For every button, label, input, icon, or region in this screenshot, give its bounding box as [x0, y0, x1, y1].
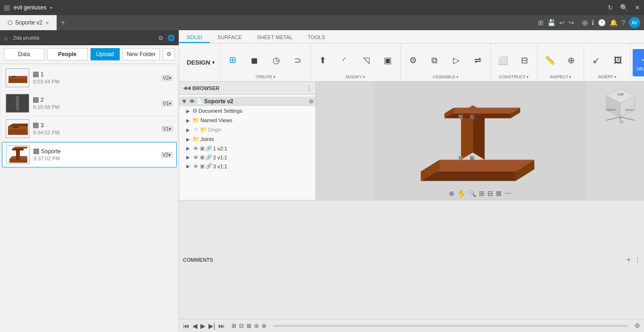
rigid-group-button[interactable]: ⧉	[424, 48, 445, 73]
grid-icon-viewport[interactable]: ⊠	[496, 190, 502, 197]
offset-plane-button[interactable]: ⬜	[493, 48, 513, 73]
search-icon[interactable]: 🔍	[620, 4, 628, 11]
timeline-icon-4[interactable]: ⊛	[254, 323, 259, 329]
visibility-toggle[interactable]: 👁	[189, 99, 195, 104]
view-cube[interactable]: TOP FRONT RIGHT Z	[602, 86, 639, 124]
close-icon[interactable]: ✕	[635, 4, 640, 11]
assemble-label[interactable]: ASSEMBLE ▾	[403, 75, 488, 81]
version-badge[interactable]: V2▾	[161, 75, 173, 81]
browser-menu-button[interactable]: ⋮	[306, 85, 312, 91]
tab-tools[interactable]: TOOLS	[300, 33, 332, 43]
tree-item-root[interactable]: ▶ 👁 📄 Soporte v2 ⚙	[179, 97, 315, 106]
bell-icon[interactable]: 🔔	[610, 19, 618, 26]
viewport[interactable]: TOP FRONT RIGHT Z ⊕ ✋ 🔍 ⊞	[316, 82, 644, 200]
design-dropdown[interactable]: DESIGN ▾	[181, 43, 221, 81]
tab-sheet-metal[interactable]: SHEET METAL	[249, 33, 300, 43]
construct-label[interactable]: CONSTRUCT ▾	[493, 75, 535, 81]
visibility-toggle[interactable]: 👁	[192, 146, 199, 151]
orbit-icon[interactable]: ⊕	[449, 190, 454, 197]
sweep-button[interactable]: ⊃	[288, 48, 308, 73]
pan-icon[interactable]: ✋	[457, 190, 465, 197]
globe-icon[interactable]: 🌐	[167, 34, 175, 42]
timeline-track[interactable]	[273, 325, 628, 327]
timeline-icon-1[interactable]: ⊞	[231, 323, 236, 329]
tab-close-icon[interactable]: ✕	[45, 20, 49, 25]
timeline-icon-2[interactable]: ⊟	[239, 323, 244, 329]
comments-add-button[interactable]: +	[627, 256, 631, 264]
inspect-label[interactable]: INSPECT ▾	[539, 75, 582, 81]
next-button[interactable]: ▶|	[208, 322, 215, 330]
undo-icon[interactable]: ↩	[559, 19, 565, 26]
app-chevron[interactable]: ▾	[50, 5, 52, 10]
tree-item-joints[interactable]: ▶ 📁 Joints	[179, 134, 315, 144]
help-icon[interactable]: ?	[621, 19, 625, 26]
save-icon[interactable]: 💾	[547, 19, 555, 26]
visual-style-icon[interactable]: ⋯	[504, 190, 511, 197]
create-label[interactable]: CREATE ▾	[223, 75, 308, 81]
visibility-toggle[interactable]: 👁	[192, 164, 199, 169]
chamfer-button[interactable]: ◹	[356, 48, 377, 73]
tree-item-origin[interactable]: ▶ 👁 📁 Origin	[179, 125, 315, 134]
display-mode-icon[interactable]: ⊟	[487, 190, 493, 197]
revolve-button[interactable]: ◷	[266, 48, 287, 73]
new-component-button[interactable]: ⊞	[223, 48, 243, 73]
measure-button[interactable]: 📏	[539, 48, 560, 73]
tree-item-comp-3[interactable]: ▶ 👁 ▣ 🔗 3 v1:1	[179, 162, 315, 171]
tree-item-comp-1[interactable]: ▶ 👁 ▣ 🔗 1 v2:1	[179, 144, 315, 153]
joint-button[interactable]: ⚙	[403, 48, 423, 73]
upload-button[interactable]: Upload	[91, 48, 120, 60]
insert-derive-button[interactable]: ↙	[586, 48, 607, 73]
plus-icon[interactable]: ⊕	[582, 18, 588, 27]
comments-panel-collapse[interactable]: ⋮	[635, 257, 640, 263]
zoom-icon[interactable]: 🔍	[468, 190, 476, 197]
list-item[interactable]: Soporte 9:37:02 PM V2▾	[2, 142, 177, 167]
folder-settings-button[interactable]: ⚙	[163, 48, 175, 60]
data-button[interactable]: Data	[4, 48, 44, 60]
tab-soporte-v2[interactable]: ⬡ Soporte v2 ✕	[0, 15, 57, 30]
browser-collapse-button[interactable]: ◀◀	[183, 85, 190, 91]
go-start-button[interactable]: ⏮	[183, 322, 190, 330]
press-pull-button[interactable]: ⬆	[313, 48, 333, 73]
version-badge[interactable]: V1▾	[161, 126, 173, 132]
select-button[interactable]: ⊹ SELECT	[633, 49, 644, 76]
midplane-button[interactable]: ⊟	[514, 48, 535, 73]
tree-item-named-views[interactable]: ▶ 📁 Named Views	[179, 116, 315, 125]
clock-icon[interactable]: 🕐	[598, 19, 606, 26]
tab-add-button[interactable]: +	[57, 18, 69, 27]
list-item[interactable]: 3 9:34:52 PM V1▾	[2, 116, 177, 141]
visibility-toggle[interactable]: 👁	[192, 127, 199, 133]
fit-icon[interactable]: ⊞	[479, 190, 485, 197]
visibility-toggle[interactable]: 👁	[192, 155, 199, 160]
tab-solid[interactable]: SOLID	[179, 33, 210, 43]
tab-surface[interactable]: SURFACE	[210, 33, 249, 43]
play-button[interactable]: ▶	[200, 322, 206, 330]
timeline-settings-button[interactable]: ⚙	[635, 322, 640, 329]
info-icon[interactable]: ℹ	[592, 19, 594, 26]
timeline-icon-3[interactable]: ⊠	[247, 323, 251, 329]
list-item[interactable]: 1 9:03:44 PM V2▾	[2, 66, 177, 90]
fillet-button[interactable]: ◜	[334, 48, 355, 73]
tree-item-comp-2[interactable]: ▶ 👁 ▣ 🔗 2 v1:1	[179, 153, 315, 162]
insert-label[interactable]: INSERT ▾	[586, 75, 628, 81]
shell-button[interactable]: ▣	[378, 48, 398, 73]
settings-icon[interactable]: ⚙	[158, 34, 164, 42]
new-folder-button[interactable]: New Folder	[123, 48, 160, 60]
timeline-icon-5[interactable]: ⊕	[262, 323, 266, 329]
settings-circle-icon[interactable]: ⚙	[309, 99, 314, 105]
extrude-button[interactable]: ◼	[244, 48, 265, 73]
redo-icon[interactable]: ↪	[569, 19, 574, 26]
interference-button[interactable]: ⊕	[561, 48, 582, 73]
motion-link-button[interactable]: ⇌	[468, 48, 488, 73]
home-icon[interactable]: ⌂	[4, 34, 8, 42]
modify-label[interactable]: MODIFY ▾	[313, 75, 398, 81]
drive-joint-button[interactable]: ▷	[446, 48, 467, 73]
people-button[interactable]: People	[47, 48, 88, 60]
tree-item-doc-settings[interactable]: ▶ ⚙ Document Settings	[179, 106, 315, 116]
decal-button[interactable]: 🖼	[608, 48, 628, 73]
prev-button[interactable]: ◀	[192, 322, 198, 330]
version-badge[interactable]: V2▾	[161, 152, 173, 158]
refresh-icon[interactable]: ↻	[608, 4, 613, 11]
avatar[interactable]: AV	[629, 17, 640, 28]
go-end-button[interactable]: ⏭	[218, 322, 225, 330]
app-name[interactable]: evil geniuses	[14, 4, 46, 11]
